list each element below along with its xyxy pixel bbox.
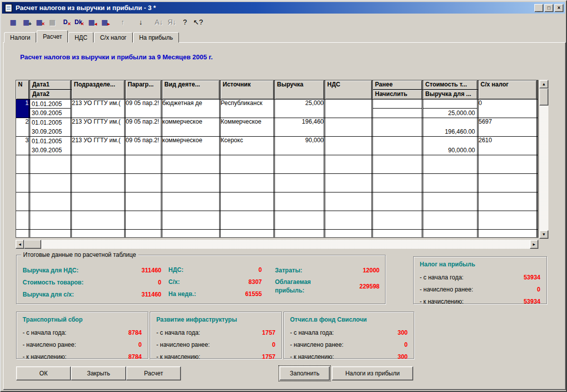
table-row[interactable]: 3 01.01.2005 30.09.2005 213 УО ГГТУ им.(…: [16, 137, 538, 155]
table-settings-icon[interactable]: ▦: [8, 17, 19, 27]
ok-button[interactable]: ОК: [16, 366, 71, 380]
col-header-source[interactable]: Источник: [221, 80, 275, 100]
tab-raschet[interactable]: Расчет: [37, 30, 68, 43]
scroll-left-icon[interactable]: ◄: [16, 240, 24, 249]
col-header-n[interactable]: N: [16, 80, 30, 100]
grid-cell[interactable]: 01.01.2005 30.09.2005: [30, 100, 72, 118]
table-row[interactable]: [16, 155, 538, 174]
grid-cell[interactable]: Коммерческое: [221, 118, 275, 137]
grid-cell[interactable]: коммерческое: [162, 137, 221, 155]
scroll-up-icon[interactable]: ▲: [539, 80, 548, 88]
horizontal-scrollbar[interactable]: ◄ ►: [16, 240, 538, 249]
minimize-button[interactable]: _: [534, 4, 543, 12]
delete-row-icon[interactable]: ▦×: [34, 17, 45, 27]
dk-clear-icon[interactable]: Dk×: [73, 17, 84, 27]
col-header-accrue[interactable]: Начислить: [373, 90, 423, 100]
col-header-earlier[interactable]: Ранее: [373, 80, 423, 90]
grid-cell[interactable]: 25,000: [275, 100, 325, 118]
col-header-cost[interactable]: Стоимость т...: [423, 80, 479, 90]
grid-cell[interactable]: 01.01.2005 30.09.2005: [30, 118, 72, 137]
col-header-date2[interactable]: Дата2: [30, 90, 72, 100]
col-header-sh-tax[interactable]: С/х налог: [479, 80, 538, 100]
grid-cell[interactable]: 2610: [479, 137, 538, 155]
grid-cell[interactable]: 5697: [479, 118, 538, 137]
move-row-left-icon[interactable]: ▦◂: [86, 17, 97, 27]
calc-button[interactable]: Расчет: [126, 366, 181, 380]
col-header-revenue-for[interactable]: Выручка для ...: [423, 90, 479, 100]
grid-cell[interactable]: 09 05 пар.2!: [126, 118, 162, 137]
sort-asc-icon[interactable]: А↓: [153, 17, 164, 27]
vertical-scrollbar[interactable]: ▲ ▼: [539, 80, 548, 239]
copy-row-icon[interactable]: ▦: [47, 17, 58, 27]
move-up-icon[interactable]: ↑: [117, 17, 128, 27]
fill-button[interactable]: Заполнить: [279, 366, 330, 380]
restore-button[interactable]: □: [544, 4, 553, 12]
table-row[interactable]: [16, 192, 538, 211]
panel-row-value: 0: [473, 286, 540, 293]
table-row[interactable]: [16, 230, 538, 238]
grid-cell[interactable]: [325, 137, 373, 155]
close-form-button[interactable]: Закрыть: [71, 366, 126, 380]
scroll-thumb[interactable]: [24, 240, 41, 249]
grid-cell[interactable]: [325, 118, 373, 137]
col-header-paragraph[interactable]: Парагр...: [126, 80, 162, 100]
move-down-icon[interactable]: ↓: [135, 17, 146, 27]
col-header-division[interactable]: Подразделе...: [72, 80, 126, 100]
scroll-track[interactable]: [16, 240, 538, 249]
totals-value: 229598: [334, 283, 380, 290]
add-row-icon[interactable]: ▦+: [21, 17, 32, 27]
grid-cell[interactable]: Ксерокс: [221, 137, 275, 155]
grid-cell[interactable]: [373, 137, 423, 155]
totals-value: 0: [83, 279, 161, 286]
col-header-date1[interactable]: Дата1: [30, 80, 72, 90]
grid-cell[interactable]: 3: [16, 137, 30, 155]
grid-cell[interactable]: 196,460: [275, 118, 325, 137]
grid-cell[interactable]: 09 05 пар.2!: [126, 137, 162, 155]
scroll-thumb[interactable]: [539, 88, 548, 106]
col-header-vat[interactable]: НДС: [325, 80, 373, 100]
table-row[interactable]: [16, 211, 538, 230]
db-clear-icon[interactable]: D×: [60, 17, 71, 27]
table-row[interactable]: [16, 174, 538, 192]
grid-cell[interactable]: [373, 118, 423, 137]
col-header-activity[interactable]: Вид деяте...: [162, 80, 221, 100]
totals-label: На недв.:: [168, 290, 196, 298]
grid-cell[interactable]: Республиканск: [221, 100, 275, 118]
insert-row-icon[interactable]: ▦▸: [99, 17, 110, 27]
grid-cell[interactable]: 1: [16, 100, 30, 118]
table-row[interactable]: 2 01.01.2005 30.09.2005 213 УО ГГТУ им.(…: [16, 118, 538, 137]
tab-sh-nalog[interactable]: С/х налог: [94, 32, 133, 43]
tab-nds[interactable]: НДС: [68, 32, 93, 43]
totals-groupbox: Итоговые данные по расчетной таблице Выр…: [16, 255, 386, 304]
grid-cell[interactable]: бюджетная де: [162, 100, 221, 118]
profit-tax-panel: Налог на прибыль - с начала года:53934 -…: [413, 256, 547, 304]
grid-cell[interactable]: 213 УО ГГТУ им.(: [72, 100, 126, 118]
grid-cell[interactable]: 01.01.2005 30.09.2005: [30, 137, 72, 155]
col-header-revenue[interactable]: Выручка: [275, 80, 325, 100]
tab-nalogi[interactable]: Налоги: [4, 32, 36, 43]
scroll-down-icon[interactable]: ▼: [539, 230, 548, 239]
grid-cell[interactable]: 90,000: [275, 137, 325, 155]
tab-na-pribyl[interactable]: На прибыль: [133, 32, 179, 43]
grid-cell[interactable]: 0: [479, 100, 538, 118]
grid-cell[interactable]: 213 УО ГГТУ им.(: [72, 137, 126, 155]
grid-cell[interactable]: [373, 100, 423, 118]
help-icon[interactable]: ?: [179, 17, 191, 27]
grid-cell[interactable]: 213 УО ГГТУ им.(: [72, 118, 126, 137]
grid-cell[interactable]: 90,000.00: [423, 137, 479, 155]
grid-cell[interactable]: 2: [16, 118, 30, 137]
grid-cell[interactable]: 196,460.00: [423, 118, 479, 137]
grid-cell[interactable]: коммерческое: [162, 118, 221, 137]
grid-cell[interactable]: [325, 100, 373, 118]
scroll-right-icon[interactable]: ►: [530, 240, 538, 249]
table-row[interactable]: 1 01.01.2005 30.09.2005 213 УО ГГТУ им.(…: [16, 100, 538, 118]
svisloch-fund-title: Отчисл.в фонд Свислочи: [290, 316, 408, 323]
close-button[interactable]: ×: [554, 4, 563, 12]
panel-row-label: - начислено ранее:: [156, 341, 210, 348]
profit-taxes-button[interactable]: Налоги из прибыли: [332, 366, 413, 380]
totals-value: 8307: [180, 278, 262, 285]
sort-desc-icon[interactable]: Я↓: [166, 17, 177, 27]
context-help-icon[interactable]: ↖?: [193, 17, 204, 27]
grid-cell[interactable]: 09 05 пар.2!: [126, 100, 162, 118]
grid-cell[interactable]: 25,000.00: [423, 100, 479, 118]
